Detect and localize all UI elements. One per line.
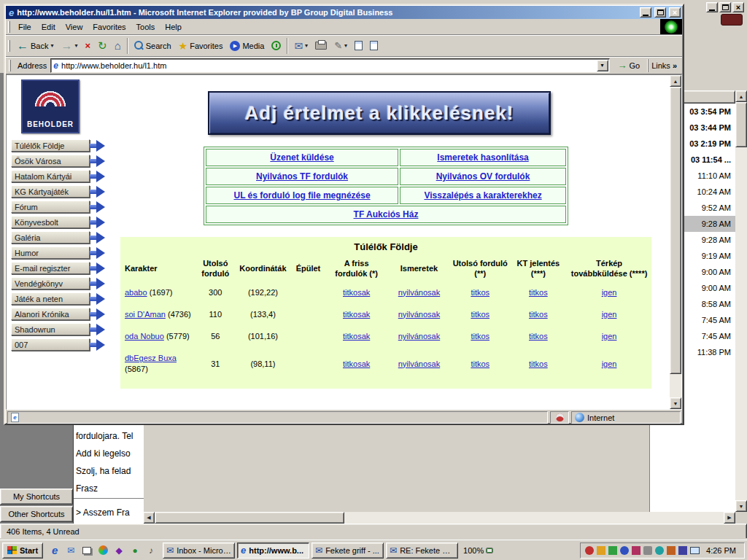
menu-edit[interactable]: Edit bbox=[36, 20, 61, 34]
last-turn-link[interactable]: titkos bbox=[471, 359, 489, 368]
volume-icon[interactable] bbox=[643, 546, 652, 555]
my-shortcuts-button[interactable]: My Shortcuts bbox=[0, 489, 73, 505]
tray-icon[interactable] bbox=[597, 546, 605, 555]
power-meter[interactable]: 100% bbox=[460, 546, 496, 555]
toolbar-grip[interactable] bbox=[9, 60, 11, 71]
menu-tools[interactable]: Tools bbox=[131, 20, 160, 34]
fresh-turns-link[interactable]: titkosak bbox=[343, 288, 370, 297]
quick-launch-show-desktop-icon[interactable] bbox=[80, 544, 93, 557]
ad-banner[interactable]: Adj értelmet a klikkelésnek! bbox=[208, 91, 551, 135]
knowledge-link[interactable]: nyilvánosak bbox=[398, 310, 440, 319]
link-nyilvanos-tf-fordulok[interactable]: Nyilvános TF fordulók bbox=[256, 171, 348, 182]
scroll-down-icon[interactable]: ▼ bbox=[670, 397, 681, 409]
tray-icon[interactable] bbox=[632, 546, 640, 555]
maximize-button[interactable] bbox=[654, 7, 666, 18]
menu-file[interactable]: File bbox=[13, 20, 36, 34]
character-link[interactable]: soi D'Aman bbox=[125, 310, 166, 319]
knowledge-link[interactable]: nyilvánosak bbox=[398, 359, 440, 368]
tray-icon[interactable] bbox=[667, 546, 676, 555]
bg-close-button[interactable]: × bbox=[732, 2, 744, 12]
quick-launch-media-player-icon[interactable] bbox=[96, 544, 109, 557]
nav-item-osok-varosa[interactable]: Ősök Városa bbox=[11, 155, 106, 167]
knowledge-link[interactable]: nyilvánosak bbox=[398, 288, 440, 297]
task-button-message-re[interactable]: ✉ RE: Fekete grif... bbox=[386, 542, 458, 559]
nav-item-kg-kartyajatek[interactable]: KG Kártyajáték bbox=[11, 185, 106, 198]
nav-item-email-regiszter[interactable]: E-mail regiszter bbox=[11, 262, 106, 274]
address-dropdown-button[interactable]: ▾ bbox=[597, 60, 608, 71]
toolbar-grip[interactable] bbox=[8, 40, 10, 52]
titlebar[interactable]: e http://www.beholder.hu/l1.htm - Micros… bbox=[6, 6, 682, 19]
nav-item-alanori-kronika[interactable]: Alanori Krónika bbox=[11, 308, 106, 320]
scroll-up-icon[interactable]: ▲ bbox=[670, 75, 681, 87]
home-button[interactable]: ⌂ bbox=[111, 36, 125, 55]
edit-button[interactable]: ✎ ▾ bbox=[330, 36, 351, 55]
fresh-turns-link[interactable]: titkosak bbox=[343, 310, 370, 319]
scroll-down-icon[interactable]: ▼ bbox=[735, 500, 747, 512]
page-vertical-scrollbar[interactable]: ▲ ▼ bbox=[670, 75, 681, 409]
nav-item-007[interactable]: 007 bbox=[11, 338, 106, 351]
quick-launch-icon[interactable]: ● bbox=[128, 544, 142, 557]
task-button-inbox[interactable]: ✉ Inbox - Micros... bbox=[163, 542, 235, 559]
map-forward-link[interactable]: igen bbox=[602, 332, 617, 341]
kt-report-link[interactable]: titkos bbox=[529, 310, 548, 319]
back-button[interactable]: ← Back ▾ bbox=[13, 36, 57, 55]
print-button[interactable] bbox=[311, 36, 330, 55]
task-button-ie-active[interactable]: e http://www.b... bbox=[237, 542, 309, 559]
search-button[interactable]: Search bbox=[131, 36, 175, 55]
kt-report-link[interactable]: titkos bbox=[529, 359, 548, 368]
media-button[interactable]: ▶ Media bbox=[226, 36, 268, 55]
link-visszalepes-karakterekhez[interactable]: Visszalépés a karakterekhez bbox=[424, 190, 541, 201]
nav-item-jatek-a-neten[interactable]: Játék a neten bbox=[11, 292, 106, 305]
menu-view[interactable]: View bbox=[61, 20, 88, 34]
favorites-button[interactable]: ★ Favorites bbox=[175, 36, 227, 55]
stop-button[interactable]: × bbox=[82, 36, 95, 55]
menu-favorites[interactable]: Favorites bbox=[88, 20, 131, 34]
scrollbar-thumb[interactable] bbox=[735, 102, 747, 147]
tray-icon[interactable] bbox=[655, 546, 664, 555]
quick-launch-icon[interactable]: ♪ bbox=[144, 544, 158, 557]
link-tf-aukcios-haz[interactable]: TF Aukciós Ház bbox=[354, 209, 419, 219]
kt-report-link[interactable]: titkos bbox=[529, 332, 548, 341]
link-ismeretek-hasonlitasa[interactable]: Ismeretek hasonlítása bbox=[437, 152, 528, 163]
scroll-right-icon[interactable]: ▶ bbox=[724, 512, 735, 524]
other-shortcuts-button[interactable]: Other Shortcuts bbox=[0, 506, 73, 522]
last-turn-link[interactable]: titkos bbox=[471, 332, 489, 341]
quick-launch-icon[interactable]: ◆ bbox=[112, 544, 125, 557]
scrollbar-thumb[interactable] bbox=[155, 512, 344, 524]
nav-item-galeria[interactable]: Galéria bbox=[11, 231, 106, 244]
pane-divider[interactable] bbox=[74, 498, 144, 499]
display-icon[interactable] bbox=[690, 547, 700, 554]
red-toolbar-icon[interactable] bbox=[721, 14, 743, 26]
outlook-horizontal-scrollbar[interactable]: ◀ ▶ bbox=[143, 512, 735, 524]
fresh-turns-link[interactable]: titkosak bbox=[343, 332, 370, 341]
beholder-logo[interactable]: BEHOLDER bbox=[21, 79, 80, 133]
tray-icon[interactable] bbox=[585, 546, 594, 555]
nav-item-tulelok-foldje[interactable]: Túlélők Földje bbox=[11, 139, 106, 152]
minimize-button[interactable] bbox=[640, 7, 651, 18]
go-button[interactable]: → Go bbox=[614, 58, 645, 73]
last-turn-link[interactable]: titkos bbox=[471, 288, 489, 297]
scroll-up-icon[interactable]: ▲ bbox=[735, 90, 747, 102]
links-toolbar[interactable]: Links » bbox=[648, 59, 680, 72]
forward-button[interactable]: → ▾ bbox=[57, 36, 81, 55]
quick-launch-ie-icon[interactable]: e bbox=[48, 544, 61, 557]
map-forward-link[interactable]: igen bbox=[602, 288, 617, 297]
scrollbar-thumb[interactable] bbox=[670, 87, 681, 374]
outlook-vertical-scrollbar[interactable]: ▲ ▼ bbox=[735, 90, 747, 512]
bg-maximize-button[interactable] bbox=[719, 2, 731, 12]
map-forward-link[interactable]: igen bbox=[602, 359, 617, 368]
nav-item-forum[interactable]: Fórum bbox=[11, 201, 106, 213]
nav-item-konyvesbolt[interactable]: Könyvesbolt bbox=[11, 216, 106, 228]
tray-icon[interactable] bbox=[620, 546, 629, 555]
character-link[interactable]: oda Nobuo bbox=[125, 332, 164, 341]
nav-item-hatalom-kartyai[interactable]: Hatalom Kártyái bbox=[11, 170, 106, 182]
menu-help[interactable]: Help bbox=[160, 20, 187, 34]
last-turn-link[interactable]: titkos bbox=[471, 310, 489, 319]
start-button[interactable]: Start bbox=[2, 542, 43, 559]
nav-item-humor[interactable]: Humor bbox=[11, 246, 106, 259]
link-nyilvanos-ov-fordulok[interactable]: Nyilvános OV fordulók bbox=[436, 171, 530, 182]
map-forward-link[interactable]: igen bbox=[602, 310, 617, 319]
task-button-message[interactable]: ✉ Fekete griff - ... bbox=[311, 542, 384, 559]
address-input[interactable]: e http://www.beholder.hu/l1.htm ▾ bbox=[50, 58, 609, 73]
history-button[interactable] bbox=[268, 36, 285, 55]
